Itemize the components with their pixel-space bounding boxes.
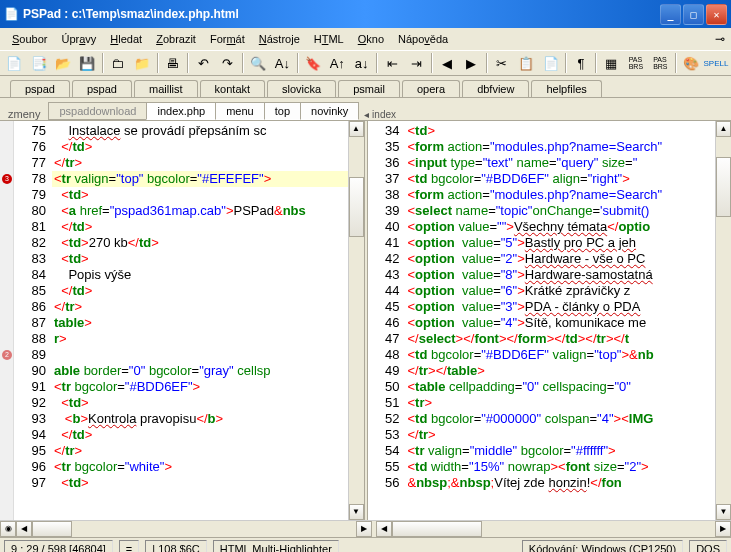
- menu-soubor[interactable]: Soubor: [6, 31, 53, 47]
- document-tab[interactable]: index.php: [146, 102, 216, 120]
- document-tab[interactable]: pspaddownload: [48, 102, 147, 120]
- hscrollbar-right[interactable]: ◀ ▶: [376, 521, 732, 537]
- status-lineend[interactable]: DOS: [689, 540, 727, 553]
- menu-nastroje[interactable]: Nástroje: [253, 31, 306, 47]
- hscroll-thumb[interactable]: [32, 521, 72, 537]
- scroll-up-icon[interactable]: ▲: [349, 121, 364, 137]
- spell-icon[interactable]: SPELL: [705, 52, 727, 74]
- status-column: | 108 $6C: [145, 540, 207, 553]
- menubar: Soubor Úpravy Hledat Zobrazit Formát Nás…: [0, 28, 731, 50]
- left-pane[interactable]: 32 7576777879808182838485868788899091929…: [0, 121, 364, 520]
- menu-napoveda[interactable]: Nápověda: [392, 31, 454, 47]
- project-new-icon[interactable]: 🗀: [108, 52, 128, 74]
- redo-icon[interactable]: ↷: [217, 52, 237, 74]
- menu-html[interactable]: HTML: [308, 31, 350, 47]
- hscrollbar-row: ◉ ◀ ▶ ◀ ▶: [0, 520, 731, 537]
- document-tab[interactable]: menu: [215, 102, 265, 120]
- code-area-left[interactable]: Instalace se provádí přepsáním sc </td><…: [52, 121, 348, 520]
- status-position: 9 : 29 / 598 [46804]: [4, 540, 113, 553]
- grid-brs-icon[interactable]: PASBRS: [650, 52, 670, 74]
- form-icon[interactable]: ▦: [601, 52, 621, 74]
- save-icon[interactable]: 💾: [77, 52, 97, 74]
- scroll-down-icon[interactable]: ▼: [716, 504, 731, 520]
- project-tab[interactable]: helpfiles: [531, 80, 601, 97]
- project-tab[interactable]: pspad: [72, 80, 132, 97]
- menu-upravy[interactable]: Úpravy: [55, 31, 102, 47]
- menu-hledat[interactable]: Hledat: [104, 31, 148, 47]
- print-icon[interactable]: 🖶: [163, 52, 183, 74]
- status-encoding[interactable]: Kódování: Windows (CP1250): [522, 540, 683, 553]
- project-tab[interactable]: psmail: [338, 80, 400, 97]
- bookmark-gutter-left[interactable]: 32: [0, 121, 14, 520]
- bookmark-icon[interactable]: 🔖: [303, 52, 323, 74]
- app-icon: 📄: [4, 7, 19, 21]
- status-modified: =: [119, 540, 139, 553]
- scroll-thumb[interactable]: [716, 157, 731, 217]
- project-tab[interactable]: dbfview: [462, 80, 529, 97]
- minimize-button[interactable]: _: [660, 4, 681, 25]
- indent-right-icon[interactable]: ⇥: [406, 52, 426, 74]
- line-gutter-right[interactable]: 3435363738394041424344454647484950515253…: [368, 121, 406, 520]
- editor-area: 32 7576777879808182838485868788899091929…: [0, 120, 731, 520]
- project-tab[interactable]: opera: [402, 80, 460, 97]
- find-next-icon[interactable]: A↓: [272, 52, 292, 74]
- pilcrow-icon[interactable]: ¶: [571, 52, 591, 74]
- bookmark-marker[interactable]: 3: [2, 174, 12, 184]
- right-pane[interactable]: 3435363738394041424344454647484950515253…: [368, 121, 732, 520]
- undo-icon[interactable]: ↶: [193, 52, 213, 74]
- cut-icon[interactable]: ✂: [492, 52, 512, 74]
- menu-okno[interactable]: Okno: [352, 31, 390, 47]
- grid-pas-icon[interactable]: PASBRS: [626, 52, 646, 74]
- find-icon[interactable]: 🔍: [248, 52, 268, 74]
- new-file-icon[interactable]: 📄: [4, 52, 24, 74]
- document-tab[interactable]: novinky: [300, 102, 359, 120]
- docstrip-left-label: zmeny: [8, 108, 40, 120]
- scroll-down-icon[interactable]: ▼: [349, 504, 364, 520]
- copy-icon[interactable]: 📋: [516, 52, 536, 74]
- status-highlighter[interactable]: HTML Multi-Highlighter: [213, 540, 339, 553]
- hscrollbar-left[interactable]: ◀ ▶: [16, 521, 372, 537]
- hscroll-thumb[interactable]: [392, 521, 482, 537]
- panel-collapse-icon[interactable]: ◉: [0, 521, 16, 537]
- sort-desc-icon[interactable]: a↓: [351, 52, 371, 74]
- statusbar: 9 : 29 / 598 [46804] = | 108 $6C HTML Mu…: [0, 537, 731, 552]
- bookmark-marker[interactable]: 2: [2, 350, 12, 360]
- code-area-right[interactable]: <td><form action="modules.php?name=Searc…: [406, 121, 716, 520]
- toolbar: 📄 📑 📂 💾 🗀 📁 🖶 ↶ ↷ 🔍 A↓ 🔖 A↑ a↓ ⇤ ⇥ ◀ ▶ ✂…: [0, 50, 731, 76]
- menu-format[interactable]: Formát: [204, 31, 251, 47]
- project-tab[interactable]: slovicka: [267, 80, 336, 97]
- nav-back-icon[interactable]: ◀: [437, 52, 457, 74]
- vscrollbar-right[interactable]: ▲ ▼: [715, 121, 731, 520]
- color-icon[interactable]: 🎨: [681, 52, 701, 74]
- pin-icon[interactable]: ⊸: [715, 32, 725, 46]
- vscrollbar-left[interactable]: ▲ ▼: [348, 121, 364, 520]
- docstrip-marker: ◂ index: [364, 109, 396, 120]
- maximize-button[interactable]: □: [683, 4, 704, 25]
- titlebar[interactable]: 📄 PSPad : c:\Temp\smaz\index.php.html _ …: [0, 0, 731, 28]
- project-open-icon[interactable]: 📁: [132, 52, 152, 74]
- menu-zobrazit[interactable]: Zobrazit: [150, 31, 202, 47]
- document-tabstrip: zmeny pspaddownloadindex.phpmenutopnovin…: [0, 98, 731, 120]
- scroll-up-icon[interactable]: ▲: [716, 121, 731, 137]
- nav-fwd-icon[interactable]: ▶: [461, 52, 481, 74]
- new-multi-icon[interactable]: 📑: [28, 52, 48, 74]
- project-tab[interactable]: pspad: [10, 80, 70, 97]
- project-tabstrip: pspadpspadmaillistkontaktslovickapsmailo…: [0, 76, 731, 98]
- close-button[interactable]: ✕: [706, 4, 727, 25]
- paste-icon[interactable]: 📄: [540, 52, 560, 74]
- window-title: PSPad : c:\Temp\smaz\index.php.html: [23, 7, 660, 21]
- line-gutter-left[interactable]: 7576777879808182838485868788899091929394…: [14, 121, 52, 520]
- open-icon[interactable]: 📂: [53, 52, 73, 74]
- scroll-thumb[interactable]: [349, 177, 364, 237]
- indent-left-icon[interactable]: ⇤: [382, 52, 402, 74]
- sort-asc-icon[interactable]: A↑: [327, 52, 347, 74]
- document-tab[interactable]: top: [264, 102, 301, 120]
- project-tab[interactable]: kontakt: [200, 80, 265, 97]
- project-tab[interactable]: maillist: [134, 80, 198, 97]
